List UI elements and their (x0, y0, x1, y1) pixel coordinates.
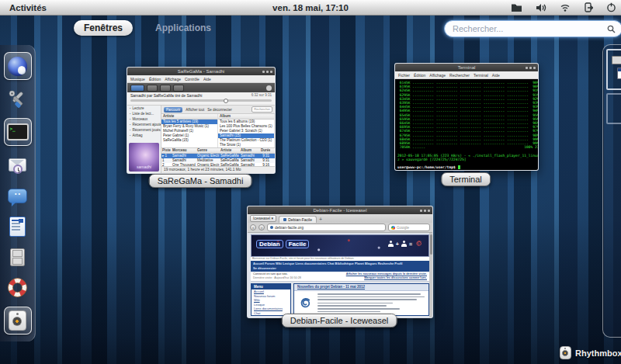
window-titlebar[interactable]: SaReGaMa - Samadhi (127, 68, 275, 75)
repeat-button[interactable] (173, 85, 184, 92)
sidebar-item[interactable]: Récemment ajoutés (127, 122, 161, 127)
clock[interactable]: ven. 18 mai, 17:10 (272, 3, 349, 12)
rhythmbox-notification[interactable]: Rhythmbox (560, 346, 621, 359)
page-scrollbar[interactable] (429, 233, 432, 317)
disconnect-button[interactable]: Se déconnecter (207, 108, 232, 112)
workspace-switcher (602, 44, 621, 338)
new-tab-button[interactable]: + (319, 216, 322, 223)
track-time: 6:32 sur 9:31 (252, 93, 272, 98)
rhythmbox-toolbar[interactable] (127, 83, 275, 92)
site-logo: Debian Facile (256, 240, 309, 248)
workspace-thumbnail-1[interactable] (606, 49, 621, 90)
url-bar[interactable]: debian-facile.org (267, 224, 386, 231)
window-label-iceweasel: Debian-Facile - Iceweasel (282, 314, 397, 328)
search-input[interactable] (451, 23, 607, 34)
show-all-button[interactable]: Afficher tout (186, 108, 204, 112)
terminal-menubar[interactable]: FichierÉditionAffichageRechercherTermina… (395, 71, 538, 79)
search-icon (607, 25, 616, 33)
window-buttons[interactable] (526, 67, 536, 69)
seek-handle[interactable] (224, 99, 228, 103)
now-playing-area: Samadhi par SaReGaMa tiré de Samadhi 6:3… (127, 92, 275, 106)
window-titlebar[interactable]: Debian-Facile - Iceweasel (248, 206, 432, 214)
sidebar-item[interactable]: Morceaux (127, 116, 161, 122)
app-menu-button[interactable]: Iceweasel ▾ (250, 215, 276, 222)
site-nav[interactable]: Accueil Forum Wiki Lexique Liens documen… (251, 261, 429, 272)
dash-file-cabinet[interactable] (6, 245, 29, 269)
window-buttons[interactable] (420, 210, 430, 212)
back-button[interactable]: ‹ (250, 224, 256, 231)
article-body: The Debian Administrator's Handbook (317, 293, 425, 313)
workspace-thumbnail-2[interactable] (606, 93, 621, 124)
article-title-link[interactable]: Nouvelles du projet Debian - 11 mai 2012 (294, 284, 428, 291)
user-icon (388, 241, 394, 247)
file-cabinet-icon (10, 248, 25, 266)
session-icon[interactable] (584, 2, 593, 12)
window-iceweasel[interactable]: Debian-Facile - Iceweasel Iceweasel ▾ De… (247, 206, 433, 318)
status-bar: 19 morceaux, 1 heure et 23 minutes, 141.… (161, 166, 275, 173)
search-box (444, 20, 621, 37)
next-button[interactable] (160, 85, 171, 92)
browser-tab[interactable]: Debian-Facile (279, 216, 317, 223)
files-icon[interactable] (511, 3, 522, 12)
top-bar: Activités ven. 18 mai, 17:10 (0, 0, 621, 16)
dash-help[interactable] (6, 276, 29, 300)
document-icon (9, 217, 26, 237)
dash-rhythmbox[interactable] (4, 307, 32, 335)
album-art: samadhi (129, 143, 159, 172)
dash-chat[interactable] (6, 184, 29, 207)
tab-applications[interactable]: Applications (145, 20, 221, 36)
web-page: Debian Facile + = Bienvenue sur Debian-F… (248, 233, 432, 317)
forward-button[interactable]: › (258, 224, 265, 231)
network-wifi-icon[interactable] (560, 3, 571, 12)
notification-label: Rhythmbox (575, 348, 621, 358)
play-button[interactable] (130, 85, 144, 92)
dash-mail[interactable] (6, 154, 29, 177)
album-header[interactable]: Album (218, 114, 274, 120)
previous-button[interactable] (147, 85, 158, 92)
window-rhythmbox[interactable]: SaReGaMa - Samadhi MusiqueÉditionAfficha… (127, 67, 276, 174)
volume-icon[interactable] (536, 3, 546, 12)
window-buttons[interactable] (262, 71, 272, 73)
dash-word-processor[interactable] (6, 215, 29, 238)
sidebar-item[interactable]: Airbag (127, 133, 161, 138)
system-tray (511, 0, 616, 15)
library-search-field[interactable]: Rechercher (252, 106, 272, 113)
power-icon[interactable] (606, 2, 616, 12)
dash-system-tools[interactable] (6, 88, 29, 111)
album-row[interactable]: The Snow (1) (218, 143, 274, 147)
mail-clock-icon (9, 158, 26, 172)
chat-icon (8, 189, 27, 203)
terminal-prompt: user@www-pc:/home/user/tmp$ (397, 165, 536, 170)
window-label-rhythmbox: SaReGaMa - Samadhi (149, 174, 252, 188)
dash-terminal[interactable] (4, 118, 32, 146)
last-visit-text: Dernière visite : Aujourd'hui 16:50:28 (253, 276, 301, 280)
mark-read-link[interactable]: Marquer toutes les discussions comme lue… (346, 276, 427, 280)
window-titlebar[interactable]: Terminal (395, 64, 538, 71)
tab-windows[interactable]: Fenêtres (74, 20, 133, 36)
sidebar-item[interactable]: Récemment joués (127, 127, 161, 133)
rhythmbox-icon (560, 346, 571, 359)
window-title: Terminal (458, 65, 476, 70)
site-favicon (270, 226, 273, 229)
track-table: Piste Morceau Genre Artiste Album Durée … (161, 148, 275, 166)
search-engine-field[interactable]: Google (388, 224, 430, 231)
album-column: Album Tous les 6 albums (19)Les 100 Plus… (218, 114, 275, 147)
volume-button[interactable] (266, 85, 272, 91)
artist-header[interactable]: Artiste (161, 114, 217, 120)
window-terminal[interactable]: Terminal FichierÉditionAffichageRecherch… (394, 63, 539, 171)
google-logo-icon (391, 226, 395, 230)
sidebar-item[interactable]: Lecture (127, 106, 161, 111)
sidebar-item[interactable]: Liste de lect... (127, 111, 161, 116)
menu-box-header: Menu (252, 284, 290, 289)
seek-slider[interactable] (130, 99, 272, 102)
track-table-header[interactable]: Piste Morceau Genre Artiste Album Durée (161, 148, 275, 154)
activities-button[interactable]: Activités (0, 3, 56, 12)
terminal-cursor (458, 165, 460, 169)
dash-web-browser[interactable] (4, 52, 32, 80)
rhythmbox-menubar[interactable]: MusiqueÉditionAffichageContrôleAide (127, 75, 275, 83)
rhythmbox-icon (9, 310, 26, 331)
artist-row[interactable]: SaReGaMa (15) (161, 138, 217, 143)
browse-button[interactable]: Parcourir (164, 107, 182, 113)
tab-favicon (283, 218, 286, 221)
site-banner: Debian Facile + = (251, 234, 429, 257)
